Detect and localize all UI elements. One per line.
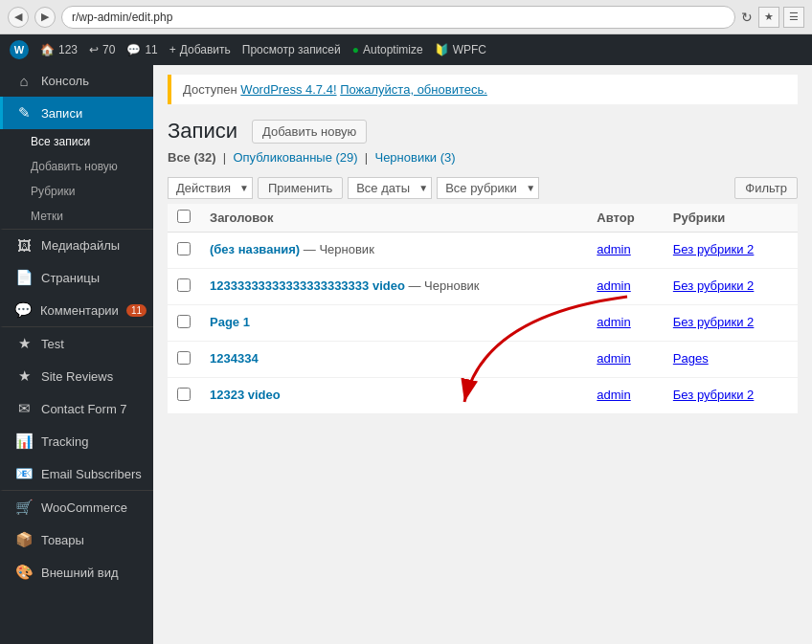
- post-draft-label: — Черновик: [304, 242, 374, 256]
- post-cat-link[interactable]: Без рубрики 2: [673, 388, 755, 402]
- sidebar-item-dobavit-novuyu[interactable]: Добавить новую: [0, 154, 153, 179]
- notice-text-before: Доступен: [183, 82, 240, 97]
- post-author-link[interactable]: admin: [597, 278, 630, 293]
- post-cat-link[interactable]: Без рубрики 2: [673, 242, 755, 256]
- adminbar-home[interactable]: 🏠 123: [40, 43, 78, 56]
- post-author-link[interactable]: admin: [597, 351, 630, 366]
- row-cat-cell: Без рубрики 2: [664, 269, 798, 305]
- update-notice: Доступен WordPress 4.7.4! Пожалуйста, об…: [168, 75, 798, 104]
- post-author-link[interactable]: admin: [597, 388, 630, 402]
- row-checkbox-cell: [168, 342, 200, 378]
- cats-select[interactable]: Все рубрики: [437, 177, 539, 199]
- notice-update-link[interactable]: Пожалуйста, обновитесь.: [340, 82, 487, 97]
- post-author-link[interactable]: admin: [597, 315, 630, 329]
- menu-button[interactable]: ☰: [783, 7, 804, 28]
- filter-button[interactable]: Фильтр: [734, 177, 798, 199]
- row-checkbox-cell: [168, 378, 200, 414]
- post-author-link[interactable]: admin: [597, 242, 630, 256]
- sidebar-item-vse-zapisi[interactable]: Все записи: [0, 129, 153, 154]
- cats-wrap: Все рубрики ▼: [437, 177, 539, 199]
- dates-select[interactable]: Все даты: [348, 177, 432, 199]
- row-author-cell: admin: [587, 305, 664, 342]
- zapisi-icon: ✎: [14, 104, 34, 122]
- post-cat-link[interactable]: Без рубрики 2: [673, 278, 755, 293]
- filter-published[interactable]: Опубликованные (29): [233, 150, 357, 165]
- sidebar-item-woocommerce[interactable]: 🛒 WooCommerce: [0, 490, 153, 523]
- content-area: Действия ▼ Применить Все даты ▼ Все рубр…: [153, 172, 812, 414]
- sidebar-item-metki[interactable]: Метки: [0, 204, 153, 229]
- row-checkbox[interactable]: [177, 242, 191, 255]
- sidebar-item-mediafayly[interactable]: 🖼 Медиафайлы: [0, 229, 153, 261]
- row-cat-cell: Без рубрики 2: [664, 305, 798, 342]
- updates-icon: ↩: [89, 43, 99, 56]
- url-bar[interactable]: [61, 6, 735, 29]
- sidebar-item-vneshny-vid[interactable]: 🎨 Внешний вид: [0, 556, 153, 588]
- add-new-button[interactable]: Добавить новую: [252, 120, 367, 144]
- main-content: Доступен WordPress 4.7.4! Пожалуйста, об…: [153, 65, 812, 644]
- post-title-link[interactable]: 1234334: [210, 351, 259, 366]
- adminbar-updates-count: 70: [102, 43, 115, 56]
- sidebar-item-konsol[interactable]: ⌂ Консоль: [0, 65, 153, 97]
- adminbar-new[interactable]: + Добавить: [169, 43, 231, 56]
- post-title-link[interactable]: Page 1: [210, 315, 250, 329]
- back-button[interactable]: ◀: [8, 7, 29, 28]
- sidebar-item-test[interactable]: ★ Test: [0, 326, 153, 360]
- bulk-actions-wrap: Действия ▼: [168, 177, 253, 199]
- post-title-link[interactable]: 12323 video: [210, 388, 281, 402]
- sidebar-item-tracking[interactable]: 📊 Tracking: [0, 425, 153, 457]
- sidebar-item-contact-form[interactable]: ✉ Contact Form 7: [0, 392, 153, 425]
- post-cat-link[interactable]: Pages: [673, 351, 709, 366]
- email-subscribers-icon: 📧: [14, 465, 34, 482]
- bulk-actions-select[interactable]: Действия: [168, 177, 253, 199]
- sidebar-item-stranitsy[interactable]: 📄 Страницы: [0, 261, 153, 294]
- adminbar-comments-count: 11: [145, 43, 157, 56]
- sidebar-test-label: Test: [41, 337, 64, 351]
- adminbar-wpfc-label: WPFC: [453, 43, 486, 56]
- konsol-icon: ⌂: [14, 73, 34, 89]
- sidebar-contact-form-label: Contact Form 7: [41, 402, 127, 416]
- wp-logo[interactable]: W: [10, 40, 29, 59]
- post-title-link[interactable]: (без названия): [210, 242, 300, 256]
- row-checkbox[interactable]: [177, 388, 191, 401]
- kommentarii-badge: 11: [126, 304, 147, 317]
- row-checkbox[interactable]: [177, 351, 191, 365]
- reload-button[interactable]: ↻: [741, 10, 753, 25]
- notice-wp-link[interactable]: WordPress 4.7.4!: [240, 82, 336, 97]
- posts-filter-tabs: Все (32) | Опубликованные (29) | Чернови…: [153, 148, 812, 172]
- filter-drafts[interactable]: Черновики (3): [374, 150, 455, 165]
- page-header: Записи Добавить новую: [153, 109, 812, 148]
- adminbar-autoptimize[interactable]: ● Autoptimize: [352, 43, 423, 56]
- sidebar-item-kommentarii[interactable]: 💬 Комментарии 11: [0, 294, 153, 326]
- sidebar-item-tovary[interactable]: 📦 Товары: [0, 523, 153, 556]
- filter-all[interactable]: Все (32): [168, 150, 216, 165]
- row-author-cell: admin: [587, 269, 664, 305]
- site-reviews-icon: ★: [14, 367, 34, 385]
- post-title-link[interactable]: 12333333333333333333333 video: [210, 278, 405, 293]
- sidebar: ⌂ Консоль ✎ Записи Все записи Добавить н…: [0, 65, 153, 644]
- autoptimize-icon: ●: [352, 43, 359, 56]
- row-checkbox[interactable]: [177, 315, 191, 328]
- forward-button[interactable]: ▶: [34, 7, 56, 28]
- post-cat-link[interactable]: Без рубрики 2: [673, 315, 755, 329]
- col-author: Автор: [587, 204, 664, 233]
- adminbar-updates[interactable]: ↩ 70: [89, 43, 115, 56]
- row-checkbox[interactable]: [177, 278, 191, 292]
- adminbar-comments[interactable]: 💬 11: [126, 43, 157, 56]
- row-title-cell: (без названия) — Черновик: [200, 233, 587, 269]
- adminbar-wpfc[interactable]: 🔰 WPFC: [435, 43, 486, 56]
- table-row: 12323 video admin Без рубрики 2: [168, 378, 798, 414]
- kommentarii-icon: 💬: [14, 301, 33, 319]
- sidebar-konsol-label: Консоль: [41, 74, 89, 88]
- row-author-cell: admin: [587, 233, 664, 269]
- sidebar-item-site-reviews[interactable]: ★ Site Reviews: [0, 360, 153, 392]
- bookmark-button[interactable]: ★: [758, 7, 779, 28]
- posts-table: Заголовок Автор Рубрики (без названия) —…: [168, 204, 798, 414]
- apply-button[interactable]: Применить: [258, 177, 343, 199]
- row-checkbox-cell: [168, 269, 200, 305]
- adminbar-view[interactable]: Просмотр записей: [242, 43, 341, 56]
- sidebar-item-zapisi[interactable]: ✎ Записи: [0, 97, 153, 129]
- sidebar-mediafayly-label: Медиафайлы: [41, 238, 120, 253]
- sidebar-item-email-subscribers[interactable]: 📧 Email Subscribers: [0, 457, 153, 490]
- sidebar-item-rubriki[interactable]: Рубрики: [0, 179, 153, 204]
- select-all-checkbox[interactable]: [177, 210, 191, 223]
